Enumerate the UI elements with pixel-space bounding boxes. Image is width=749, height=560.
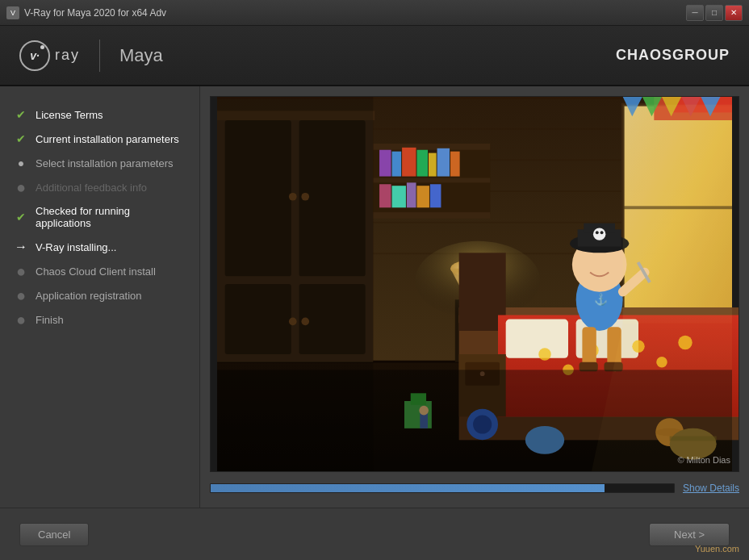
svg-rect-47	[430, 184, 441, 207]
main-content: ⚓	[200, 86, 749, 508]
svg-rect-81	[582, 327, 596, 366]
sidebar-item-chaos-cloud: ● Chaos Cloud Client install	[0, 259, 199, 283]
svg-rect-35	[373, 178, 490, 183]
window-title: V-Ray for Maya 2020 for x64 Adv	[24, 7, 166, 19]
svg-rect-96	[623, 105, 732, 324]
maya-label: Maya	[119, 45, 163, 66]
next-button[interactable]: Next >	[649, 523, 730, 546]
dot-icon-4: ●	[15, 289, 27, 302]
sidebar-label-checked-running: Checked for running applications	[36, 205, 185, 229]
svg-point-60	[538, 348, 550, 360]
svg-text:⚓: ⚓	[594, 293, 608, 307]
progress-bar-fill	[211, 484, 605, 492]
svg-rect-40	[429, 153, 437, 177]
sidebar-label-chaos-cloud: Chaos Cloud Client install	[36, 265, 156, 278]
arrow-icon: →	[15, 240, 27, 253]
titlebar-controls[interactable]: ─ □ ✕	[686, 5, 743, 21]
vray-dot-icon	[40, 45, 44, 49]
svg-rect-58	[506, 320, 568, 358]
chaos-group-logo: CHAOSGROUP	[616, 47, 730, 64]
cancel-button[interactable]: Cancel	[19, 523, 89, 546]
vray-logo: v· ray	[19, 40, 80, 71]
progress-bar-container	[210, 483, 675, 493]
svg-point-77	[600, 231, 604, 234]
progress-area: Show Details	[210, 479, 739, 498]
dot-icon-3: ●	[15, 265, 27, 278]
sidebar-label-app-registration: Application registration	[36, 290, 142, 302]
svg-point-76	[596, 231, 599, 234]
bottom-bar: Cancel Next >	[0, 508, 749, 560]
svg-rect-43	[379, 184, 391, 207]
dot-icon-1: ●	[15, 157, 27, 169]
sidebar-item-finish: ● Finish	[0, 307, 199, 332]
vray-v-text: v·	[30, 49, 40, 62]
titlebar: V V-Ray for Maya 2020 for x64 Adv ─ □ ✕	[0, 0, 749, 26]
show-details-link[interactable]: Show Details	[683, 483, 739, 494]
content-area: ✔ License Terms ✔ Current installation p…	[0, 86, 749, 508]
svg-rect-45	[407, 182, 416, 207]
titlebar-left: V V-Ray for Maya 2020 for x64 Adv	[6, 6, 166, 19]
header: v· ray Maya CHAOSGROUP	[0, 26, 749, 86]
sidebar-item-select-params: ● Select installation parameters	[0, 151, 199, 175]
sidebar-item-additional-feedback: ● Additional feedback info	[0, 175, 199, 199]
dot-icon-2: ●	[15, 181, 27, 194]
chaos-logo-text: CHAOSGROUP	[616, 47, 730, 63]
svg-rect-38	[402, 148, 416, 177]
svg-rect-46	[416, 186, 429, 207]
svg-rect-34	[373, 212, 490, 219]
bedroom-scene-svg: ⚓	[211, 97, 739, 471]
svg-rect-99	[217, 370, 732, 471]
dot-icon-5: ●	[15, 313, 27, 326]
svg-rect-33	[373, 144, 490, 150]
sidebar-item-license-terms: ✔ License Terms	[0, 102, 199, 127]
svg-rect-36	[379, 150, 391, 177]
window-body: v· ray Maya CHAOSGROUP ✔ License Terms ✔…	[0, 26, 749, 560]
close-button[interactable]: ✕	[725, 5, 743, 21]
sidebar-label-select-params: Select installation parameters	[36, 157, 174, 169]
svg-rect-44	[392, 186, 406, 207]
scene-image-container: ⚓	[210, 96, 739, 472]
header-logo: v· ray Maya	[19, 40, 163, 72]
sidebar-item-checked-running: ✔ Checked for running applications	[0, 199, 199, 235]
sidebar-label-finish: Finish	[36, 314, 64, 326]
maximize-button[interactable]: □	[705, 5, 723, 21]
header-divider	[99, 40, 100, 72]
app-icon: V	[6, 6, 19, 19]
svg-point-75	[593, 228, 605, 240]
check-icon-2: ✔	[15, 132, 27, 145]
sidebar-label-current-params: Current installation parameters	[36, 133, 179, 145]
svg-rect-39	[416, 150, 428, 177]
sidebar: ✔ License Terms ✔ Current installation p…	[0, 86, 200, 508]
check-icon: ✔	[15, 108, 27, 121]
sidebar-item-app-registration: ● Application registration	[0, 283, 199, 307]
sidebar-label-license-terms: License Terms	[36, 109, 103, 121]
svg-rect-37	[392, 152, 402, 177]
sidebar-label-vray-installing: V-Ray installing...	[36, 241, 116, 253]
check-icon-3: ✔	[15, 211, 27, 224]
vray-circle-icon: v·	[19, 40, 50, 71]
svg-rect-41	[437, 148, 450, 177]
copyright-text: © Milton Dias	[677, 455, 730, 465]
svg-rect-42	[450, 152, 460, 177]
vray-label: ray	[55, 47, 80, 64]
sidebar-label-additional-feedback: Additional feedback info	[36, 182, 147, 194]
minimize-button[interactable]: ─	[686, 5, 704, 21]
sidebar-item-vray-installing: → V-Ray installing...	[0, 235, 199, 259]
sidebar-item-current-params: ✔ Current installation parameters	[0, 127, 199, 151]
